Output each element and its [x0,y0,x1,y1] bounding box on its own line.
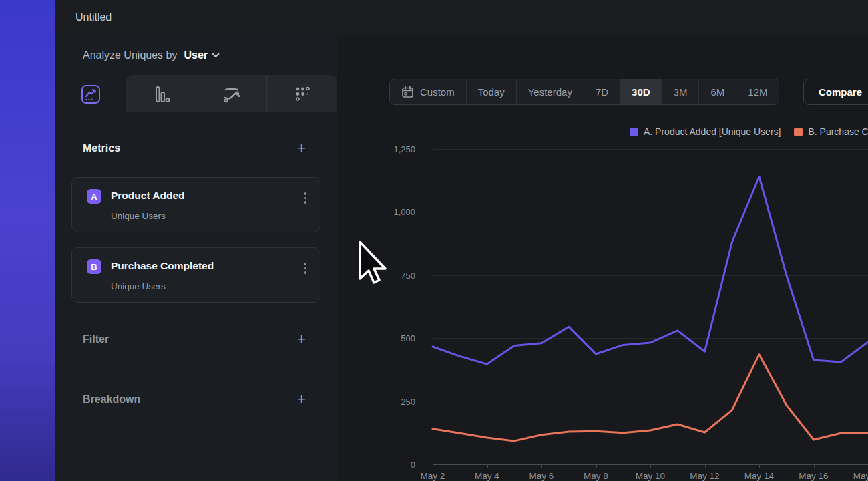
metrics-heading: Metrics [83,142,120,154]
daterange-label: Today [478,86,505,98]
tab-flow[interactable] [196,75,266,112]
x-tick [541,464,542,468]
chart-panel: Custom Today Yesterday 7D 30D 3M 6M 12M … [337,35,868,481]
metric-measure[interactable]: Unique Users [111,281,166,291]
daterange-12m[interactable]: 12M [736,79,779,104]
report-title[interactable]: Untitled [75,11,112,23]
x-tick [814,464,815,468]
y-tick-label: 500 [342,333,415,343]
breakdown-row: Breakdown + [83,392,306,407]
date-range-control: Custom Today Yesterday 7D 30D 3M 6M 12M [389,79,779,105]
tab-bar-chart[interactable] [126,75,196,112]
brand-gradient-strip [0,0,55,481]
calendar-icon [401,86,414,98]
daterange-7d[interactable]: 7D [584,79,620,104]
y-tick-label: 250 [342,396,415,406]
x-tick [650,464,651,468]
top-bar: Untitled [55,0,868,35]
query-sidebar: Analyze Uniques by User [55,35,337,481]
analyze-row: Analyze Uniques by User [55,35,337,75]
y-tick-label: 0 [342,460,415,470]
analyze-label: Analyze Uniques by [83,49,177,61]
chart-type-tabs [55,75,337,112]
legend-label: B. Purchase Completed [Unique Users] [808,126,868,137]
x-tick-label: May 2 [421,471,445,481]
daterange-label: 3M [674,86,688,98]
x-tick-label: May 4 [475,471,499,481]
daterange-label: 30D [632,86,650,98]
x-tick [433,464,433,468]
add-filter-button[interactable]: + [297,332,306,347]
metrics-header-row: Metrics + [83,141,306,156]
x-tick-label: May 16 [799,471,828,481]
chart-legend: A. Product Added [Unique Users] B. Purch… [630,126,868,137]
y-tick-label: 1,250 [342,144,415,154]
analyze-by-dropdown[interactable]: User [184,49,220,61]
x-tick-label: May 6 [529,471,554,481]
tab-line-chart[interactable] [55,75,126,112]
x-tick-label: May 18 [853,471,868,481]
daterange-label: Custom [420,86,455,98]
metric-letter-badge: A [87,189,101,204]
chart-series-svg [433,149,868,464]
y-tick-label: 750 [342,270,415,280]
add-breakdown-button[interactable]: + [297,392,306,407]
x-tick-label: May 8 [584,471,608,481]
grid-dots-icon [292,84,312,104]
kebab-menu-icon[interactable] [304,192,307,204]
metric-name[interactable]: Product Added [111,190,185,202]
daterange-label: 7D [596,86,608,98]
tab-retention-grid[interactable] [266,75,337,112]
daterange-yesterday[interactable]: Yesterday [516,79,584,104]
compare-button[interactable]: Compare [803,79,868,105]
x-tick-label: May 14 [744,471,774,481]
bar-chart-icon [151,84,171,104]
kebab-menu-icon[interactable] [304,263,307,274]
x-tick-label: May 10 [636,471,665,481]
legend-item-b[interactable]: B. Purchase Completed [Unique Users] [794,126,868,137]
line-chart-icon [80,84,101,105]
analyze-by-value: User [184,49,208,61]
metric-letter-badge: B [87,259,101,274]
y-tick-label: 1,000 [342,207,415,217]
legend-swatch-orange [794,128,803,136]
x-tick [705,464,706,468]
legend-swatch-purple [630,128,638,136]
daterange-3m[interactable]: 3M [662,79,699,104]
metric-name[interactable]: Purchase Completed [111,260,214,272]
flow-icon [222,84,242,104]
legend-item-a[interactable]: A. Product Added [Unique Users] [630,126,781,137]
filter-heading: Filter [83,333,109,345]
metric-card-a[interactable]: A Product Added Unique Users [71,177,320,232]
metric-measure[interactable]: Unique Users [111,211,166,221]
x-tick [487,464,488,468]
chart-type-tab-group [126,75,337,112]
filter-row: Filter + [83,332,306,347]
x-tick [596,464,597,468]
daterange-custom[interactable]: Custom [390,79,466,104]
chevron-down-icon [212,53,220,58]
daterange-today[interactable]: Today [466,79,516,104]
breakdown-heading: Breakdown [83,393,140,406]
legend-label: A. Product Added [Unique Users] [644,126,781,137]
add-metric-button[interactable]: + [297,141,306,156]
daterange-label: 12M [748,86,767,98]
daterange-label: 6M [710,86,724,98]
line-chart-plot: May 2 May 4 May 6 May 8 May 10 May 12 Ma… [433,149,868,464]
metric-card-b[interactable]: B Purchase Completed Unique Users [71,247,320,303]
daterange-label: Yesterday [528,86,572,98]
daterange-30d[interactable]: 30D [620,79,662,104]
daterange-6m[interactable]: 6M [698,79,736,104]
x-tick-label: May 12 [690,471,719,481]
x-tick [759,464,760,468]
